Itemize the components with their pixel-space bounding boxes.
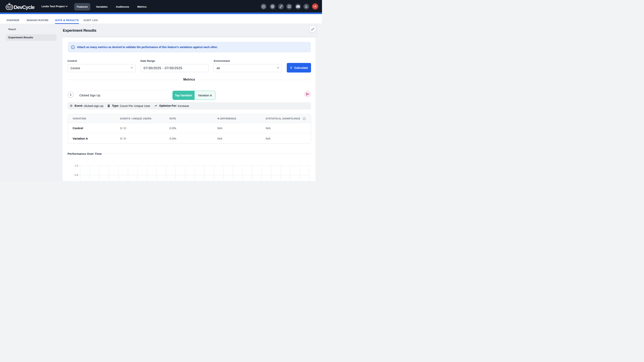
svg-text:0.9: 0.9 xyxy=(74,174,78,177)
svg-text:1.0: 1.0 xyxy=(74,164,78,167)
